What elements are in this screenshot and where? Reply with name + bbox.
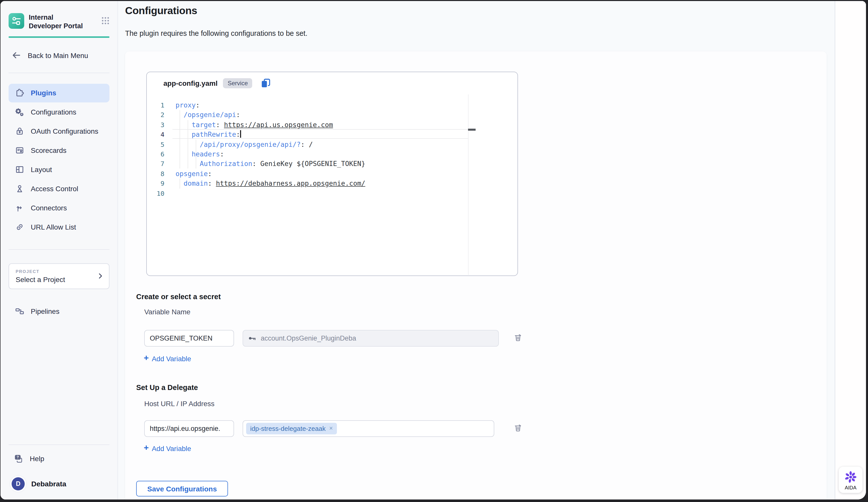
add-variable-label: Add Variable [152, 355, 191, 362]
plus-icon: + [144, 443, 149, 453]
lock-icon [15, 127, 24, 136]
puzzle-icon [15, 88, 24, 98]
sidebar-nav: Plugins Configurations [9, 83, 110, 237]
idp-logo-icon [9, 13, 24, 29]
code-line: 7 Authorization: GenieKey ${OPSGENIE_TOK… [147, 159, 468, 169]
sidebar: Internal Developer Portal Back to Main [0, 1, 118, 500]
overview-ruler-cursor-mark [468, 129, 476, 131]
delete-secret-row-icon[interactable] [514, 333, 523, 342]
back-label: Back to Main Menu [28, 51, 88, 59]
brand: Internal Developer Portal [9, 13, 110, 32]
code-line: 10 [147, 188, 468, 198]
sidebar-item-layout[interactable]: Layout [9, 160, 110, 179]
code-line: 5 /api/proxy/opsgenie/api/?: / [147, 140, 468, 149]
add-variable-label: Add Variable [152, 445, 191, 452]
code-line: 1proxy: [147, 100, 468, 110]
page-subtitle: The plugin requires the following config… [125, 29, 307, 37]
delegate-section-heading: Set Up a Delegate [136, 383, 198, 391]
user-menu[interactable]: D Debabrata [9, 477, 110, 490]
sidebar-item-label: URL Allow List [31, 223, 76, 231]
sidebar-item-url-allow-list[interactable]: URL Allow List [9, 218, 110, 236]
code-line: 9 domain: https://debaharness.app.opsgen… [147, 178, 468, 188]
delete-delegate-row-icon[interactable] [514, 423, 523, 432]
secret-section-heading: Create or select a secret [136, 293, 221, 301]
variable-name-label: Variable Name [144, 308, 190, 316]
variable-name-value[interactable] [150, 335, 228, 342]
host-url-input[interactable] [144, 420, 234, 437]
link-icon [15, 223, 24, 232]
avatar: D [12, 477, 25, 490]
svg-text:?: ? [17, 454, 19, 459]
delegate-chip[interactable]: idp-stress-delegate-zeaak × [246, 423, 337, 434]
user-name: Debabrata [31, 480, 66, 488]
app-title: Internal Developer Portal [29, 13, 85, 31]
sidebar-item-connectors[interactable]: Connectors [9, 198, 110, 217]
chip-remove-icon[interactable]: × [329, 426, 333, 432]
copy-icon[interactable] [261, 78, 271, 88]
secret-reference-input[interactable]: account.OpsGenie_PluginDeba [242, 330, 499, 347]
chevron-right-icon [97, 273, 104, 279]
delegate-select-input[interactable]: idp-stress-delegate-zeaak × [242, 420, 494, 437]
configuration-panel: app-config.yaml Service [125, 51, 827, 500]
plus-icon: + [144, 353, 149, 363]
sidebar-item-label: Connectors [31, 204, 67, 212]
scorecard-icon [15, 146, 24, 155]
service-badge: Service [223, 78, 252, 88]
sidebar-item-scorecards[interactable]: Scorecards [9, 141, 110, 160]
sidebar-item-label: Layout [31, 165, 52, 174]
gears-icon [15, 107, 24, 116]
aida-button[interactable]: AIDA [839, 467, 862, 493]
code-line: 8opsgenie: [147, 169, 468, 178]
sidebar-item-pipelines[interactable]: Pipelines [9, 304, 110, 319]
help-chat-icon: ? [14, 454, 24, 463]
add-variable-delegate[interactable]: + Add Variable [144, 444, 191, 453]
divider [9, 249, 110, 249]
code-line: 4 pathRewrite: [147, 130, 468, 140]
editor-right-border [468, 94, 468, 275]
project-selector[interactable]: PROJECT Select a Project [9, 263, 110, 289]
apps-grid-icon[interactable] [101, 17, 110, 25]
divider [9, 444, 110, 445]
text-cursor [240, 130, 241, 138]
code-lines: 1proxy:2 /opsgenie/api:3 target: https:/… [147, 100, 468, 198]
main-content: Configurations The plugin requires the f… [118, 1, 835, 500]
back-to-main-menu[interactable]: Back to Main Menu [9, 50, 110, 60]
code-line: 6 headers: [147, 149, 468, 159]
arrow-left-icon [12, 50, 21, 60]
layout-icon [15, 165, 24, 174]
sidebar-item-label: Configurations [31, 108, 76, 116]
brand-underline [9, 36, 110, 38]
screen: Internal Developer Portal Back to Main [0, 0, 868, 502]
code-editor[interactable]: 1proxy:2 /opsgenie/api:3 target: https:/… [147, 94, 517, 276]
branch-arrows-icon [15, 203, 24, 212]
project-value: Select a Project [16, 275, 65, 283]
sidebar-item-label: Access Control [31, 185, 78, 193]
host-url-label: Host URL / IP Address [144, 400, 215, 408]
page-title: Configurations [125, 4, 197, 17]
host-url-value[interactable] [150, 425, 228, 432]
sidebar-item-label: OAuth Configurations [31, 127, 99, 135]
secret-reference-value: account.OpsGenie_PluginDeba [261, 335, 356, 342]
sidebar-item-plugins[interactable]: Plugins [9, 83, 110, 102]
pipelines-icon [15, 307, 24, 316]
aida-flower-icon [844, 470, 857, 484]
sidebar-item-label: Plugins [31, 89, 56, 97]
key-icon [248, 334, 257, 342]
variable-name-input[interactable] [144, 330, 234, 347]
save-configurations-button[interactable]: Save Configurations [136, 481, 228, 496]
divider [9, 72, 110, 73]
yaml-editor-card: app-config.yaml Service [146, 72, 518, 276]
add-variable-secret[interactable]: + Add Variable [144, 354, 191, 363]
editor-header: app-config.yaml Service [163, 78, 271, 88]
sidebar-item-configurations[interactable]: Configurations [9, 103, 110, 121]
filename: app-config.yaml [163, 79, 218, 87]
sidebar-item-label: Pipelines [31, 307, 60, 315]
sidebar-item-access-control[interactable]: Access Control [9, 180, 110, 198]
sidebar-item-label: Scorecards [31, 146, 66, 154]
help-button[interactable]: ? Help [9, 452, 110, 466]
person-icon [15, 184, 24, 193]
aida-label: AIDA [845, 485, 857, 490]
sidebar-item-oauth-configurations[interactable]: OAuth Configurations [9, 122, 110, 141]
delegate-chip-label: idp-stress-delegate-zeaak [250, 425, 326, 432]
code-line: 3 target: https://api.us.opsgenie.com [147, 120, 468, 130]
